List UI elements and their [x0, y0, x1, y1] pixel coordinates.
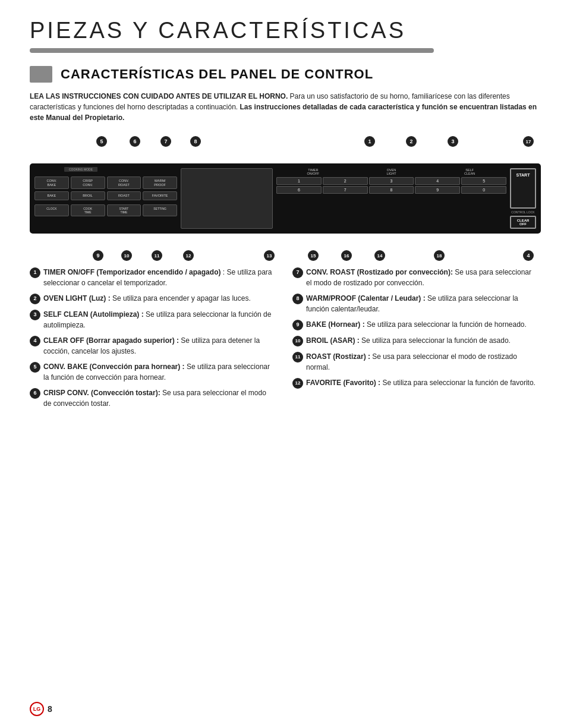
- feature-7: 7 CONV. ROAST (Rostizado por convección)…: [292, 267, 537, 288]
- callout-3: 3: [448, 136, 458, 147]
- callout-2: 2: [406, 136, 417, 147]
- callout-5: 5: [96, 136, 107, 147]
- feature-num-7: 7: [292, 267, 303, 278]
- feature-num-9: 9: [292, 320, 303, 330]
- callout-17: 17: [523, 136, 534, 147]
- feature-num-2: 2: [30, 294, 40, 304]
- conv-bake-btn[interactable]: CONV.BAKE: [34, 177, 69, 189]
- favorite-btn[interactable]: FAVORITE: [143, 191, 177, 200]
- feature-num-10: 10: [292, 336, 303, 346]
- feature-text-4: CLEAR OFF (Borrar apagado superior) : Se…: [43, 335, 275, 357]
- feature-num-11: 11: [292, 352, 303, 363]
- callout-18: 18: [434, 250, 445, 261]
- callout-6: 6: [130, 136, 140, 147]
- feature-6: 6 CRISP CONV. (Convección tostar): Se us…: [30, 387, 275, 409]
- feature-8: 8 WARM/PROOF (Calentar / Leudar) : Se ut…: [292, 293, 537, 314]
- key-6[interactable]: 6: [276, 186, 322, 194]
- cook-time-btn[interactable]: COOKTIME: [71, 204, 105, 216]
- control-lock-label: CONTROL LOCK: [510, 210, 536, 214]
- callout-10: 10: [121, 250, 132, 261]
- feature-text-6: CRISP CONV. (Convección tostar): Se usa …: [43, 387, 275, 409]
- feature-text-10: BROIL (ASAR) : Se utiliza para seleccion…: [306, 335, 537, 346]
- key-4[interactable]: 4: [415, 177, 460, 185]
- callout-16: 16: [341, 250, 352, 261]
- clock-btn[interactable]: CLOCK: [34, 204, 69, 216]
- feature-1: 1 TIMER ON/OFF (Temporizador encendido /…: [30, 267, 275, 288]
- feature-5: 5 CONV. BAKE (Convección para hornear) :…: [30, 361, 275, 383]
- feature-num-3: 3: [30, 310, 40, 320]
- cooking-mode-label: COOKING MODE: [64, 167, 97, 172]
- callout-12: 12: [183, 250, 194, 261]
- start-time-btn[interactable]: STARTTIME: [107, 204, 141, 216]
- feature-num-5: 5: [30, 362, 40, 373]
- feature-text-11: ROAST (Rostizar) : Se usa para seleccion…: [306, 351, 537, 373]
- control-panel-diagram: 5 6 7 8 1 2 3 17 COOKING MODE CONV.BAKE …: [30, 136, 541, 261]
- feature-text-5: CONV. BAKE (Convección para hornear) : S…: [43, 361, 275, 383]
- oven-light-label: OVENLIGHT: [355, 168, 429, 175]
- lg-logo: LG: [30, 702, 44, 716]
- numpad: 1 2 3 4 5 6 7 8 9 0: [276, 177, 506, 194]
- feature-text-8: WARM/PROOF (Calentar / Leudar) : Se util…: [306, 293, 537, 314]
- start-clear-col: START CONTROL LOCK CLEAROFF: [510, 168, 536, 229]
- feature-text-3: SELF CLEAN (Autolimpieza) : Se utiliza p…: [43, 309, 275, 330]
- callout-11: 11: [152, 250, 162, 261]
- callout-7: 7: [160, 136, 171, 147]
- key-9[interactable]: 9: [415, 186, 460, 194]
- features-right-col: 7 CONV. ROAST (Rostizado por convección)…: [292, 267, 537, 414]
- key-8[interactable]: 8: [369, 186, 414, 194]
- callout-14: 14: [374, 250, 385, 261]
- key-1[interactable]: 1: [276, 177, 322, 185]
- feature-num-8: 8: [292, 294, 303, 304]
- feature-num-1: 1: [30, 267, 40, 278]
- panel-left-section: CONV.BAKE CRISPCONV. CONV.ROAST WARM/PRO…: [34, 168, 177, 229]
- section-title: CARACTERÍSTICAS DEL PANEL DE CONTROL: [61, 67, 373, 82]
- roast-btn[interactable]: ROAST: [107, 191, 141, 200]
- key-2[interactable]: 2: [323, 177, 368, 185]
- bake-btn[interactable]: BAKE: [34, 191, 69, 200]
- intro-paragraph: LEA LAS INSTRUCCIONES CON CUIDADO ANTES …: [30, 91, 537, 123]
- timer-on-off-label: TIMERON/OFF: [276, 168, 350, 175]
- callout-13: 13: [264, 250, 275, 261]
- feature-2: 2 OVEN LIGHT (Luz) : Se utiliza para enc…: [30, 293, 275, 304]
- feature-4: 4 CLEAR OFF (Borrar apagado superior) : …: [30, 335, 275, 357]
- feature-num-12: 12: [292, 378, 303, 389]
- broil-btn[interactable]: BROIL: [71, 191, 105, 200]
- oven-control-panel: COOKING MODE CONV.BAKE CRISPCONV. CONV.R…: [30, 163, 541, 234]
- section-header-bar: [30, 66, 52, 83]
- feature-text-7: CONV. ROAST (Rostizado por convección): …: [306, 267, 537, 288]
- start-button[interactable]: START: [510, 168, 536, 209]
- callout-15: 15: [308, 250, 319, 261]
- display-screen: [181, 168, 273, 229]
- feature-11: 11 ROAST (Rostizar) : Se usa para selecc…: [292, 351, 537, 373]
- page-title: PIEZAS Y CARACTERÍSTICAS: [30, 18, 537, 43]
- conv-roast-btn[interactable]: CONV.ROAST: [107, 177, 141, 189]
- feature-text-12: FAVORITE (Favorito) : Se utiliza para se…: [306, 377, 537, 389]
- feature-text-1: TIMER ON/OFF (Temporizador encendido / a…: [43, 267, 275, 288]
- key-0[interactable]: 0: [461, 186, 506, 194]
- key-3[interactable]: 3: [369, 177, 414, 185]
- clear-off-button[interactable]: CLEAROFF: [510, 216, 536, 229]
- key-5[interactable]: 5: [461, 177, 506, 185]
- panel-right-section: TIMERON/OFF OVENLIGHT SELFCLEAN 1 2 3 4 …: [276, 168, 536, 229]
- callout-9: 9: [93, 250, 103, 261]
- title-rule: [30, 48, 434, 53]
- key-7[interactable]: 7: [323, 186, 368, 194]
- page-number: 8: [48, 704, 52, 714]
- self-clean-label: SELFCLEAN: [433, 168, 506, 175]
- feature-10: 10 BROIL (ASAR) : Se utiliza para selecc…: [292, 335, 537, 346]
- features-left-col: 1 TIMER ON/OFF (Temporizador encendido /…: [30, 267, 275, 414]
- feature-num-4: 4: [30, 336, 40, 346]
- crisp-conv-btn[interactable]: CRISPCONV.: [71, 177, 105, 189]
- callout-4: 4: [523, 250, 534, 261]
- callout-8: 8: [190, 136, 201, 147]
- feature-12: 12 FAVORITE (Favorito) : Se utiliza para…: [292, 377, 537, 389]
- feature-text-2: OVEN LIGHT (Luz) : Se utiliza para encen…: [43, 293, 275, 304]
- footer: LG 8: [30, 702, 52, 716]
- feature-9: 9 BAKE (Hornear) : Se utiliza para selec…: [292, 319, 537, 330]
- feature-3: 3 SELF CLEAN (Autolimpieza) : Se utiliza…: [30, 309, 275, 330]
- setting-btn[interactable]: SETTING: [143, 204, 177, 216]
- features-list: 1 TIMER ON/OFF (Temporizador encendido /…: [30, 267, 537, 414]
- feature-num-6: 6: [30, 388, 40, 399]
- warm-proof-btn[interactable]: WARM/PROOF: [143, 177, 177, 189]
- callout-1: 1: [364, 136, 375, 147]
